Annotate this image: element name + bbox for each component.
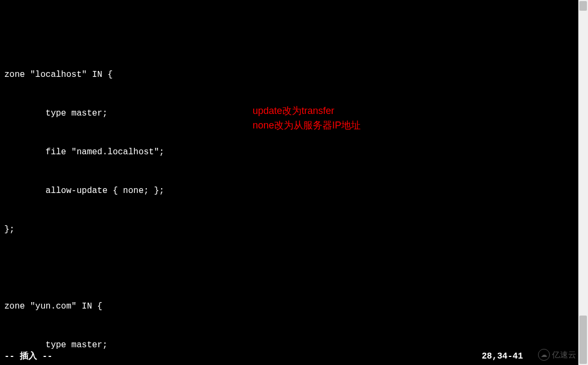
scroll-thumb[interactable] bbox=[579, 316, 587, 364]
watermark-text: 亿速云 bbox=[552, 349, 576, 361]
annotation-line1: update改为transfer bbox=[253, 104, 361, 118]
code-line: zone "localhost" IN { bbox=[4, 68, 573, 81]
scroll-up-button[interactable] bbox=[579, 1, 587, 11]
code-editor[interactable]: zone "localhost" IN { type master; file … bbox=[0, 0, 578, 365]
status-line: -- 插入 -- 28,34-41 bbox=[4, 350, 571, 363]
code-line: }; bbox=[4, 223, 573, 236]
annotation-line2: none改为从服务器IP地址 bbox=[253, 118, 361, 133]
annotation-text: update改为transfer none改为从服务器IP地址 bbox=[253, 104, 361, 133]
vim-mode-indicator: -- 插入 -- bbox=[4, 350, 53, 363]
scrollbar[interactable] bbox=[578, 0, 588, 365]
watermark: ☁ 亿速云 bbox=[538, 349, 576, 361]
code-line bbox=[4, 262, 573, 274]
cloud-icon: ☁ bbox=[538, 349, 550, 361]
code-line: zone "yun.com" IN { bbox=[4, 300, 573, 313]
code-line bbox=[4, 30, 573, 42]
code-line: file "named.localhost"; bbox=[4, 146, 573, 159]
cursor-position: 28,34-41 bbox=[482, 350, 523, 363]
code-line: allow-update { none; }; bbox=[4, 184, 573, 197]
